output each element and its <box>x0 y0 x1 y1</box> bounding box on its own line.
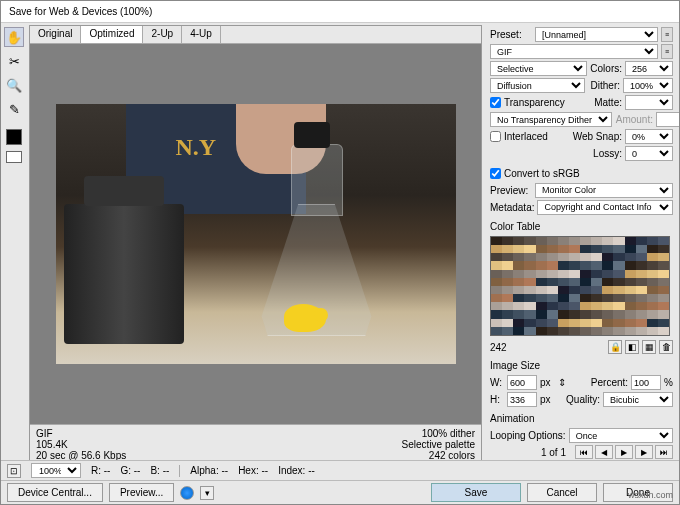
color-swatch[interactable] <box>580 253 591 261</box>
color-swatch[interactable] <box>625 245 636 253</box>
color-swatch[interactable] <box>569 237 580 245</box>
color-swatch[interactable] <box>558 302 569 310</box>
color-swatch[interactable] <box>658 286 669 294</box>
color-swatch[interactable] <box>558 237 569 245</box>
color-swatch[interactable] <box>647 245 658 253</box>
color-swatch[interactable] <box>625 261 636 269</box>
prev-frame-icon[interactable]: ◀ <box>595 445 613 459</box>
color-swatch[interactable] <box>569 286 580 294</box>
cancel-button[interactable]: Cancel <box>527 483 597 502</box>
color-swatch[interactable] <box>569 245 580 253</box>
lossy-select[interactable]: 0 <box>625 146 673 161</box>
next-frame-icon[interactable]: ▶ <box>635 445 653 459</box>
color-swatch[interactable] <box>536 278 547 286</box>
color-swatch[interactable] <box>658 327 669 335</box>
color-swatch[interactable] <box>513 278 524 286</box>
ct-delete-icon[interactable]: 🗑 <box>659 340 673 354</box>
toggle-swatch[interactable] <box>6 151 22 163</box>
color-swatch[interactable] <box>513 294 524 302</box>
color-swatch[interactable] <box>502 261 513 269</box>
colors-select[interactable]: 256 <box>625 61 673 76</box>
color-swatch[interactable] <box>647 237 658 245</box>
color-swatch[interactable] <box>602 261 613 269</box>
color-swatch[interactable] <box>602 294 613 302</box>
color-swatch[interactable] <box>513 327 524 335</box>
trans-dither-select[interactable]: No Transparency Dither <box>490 112 612 127</box>
metadata-select[interactable]: Copyright and Contact Info <box>537 200 673 215</box>
color-swatch[interactable] <box>536 245 547 253</box>
preview-button[interactable]: Preview... <box>109 483 174 502</box>
color-swatch[interactable] <box>558 278 569 286</box>
color-swatch[interactable] <box>580 294 591 302</box>
color-swatch[interactable] <box>625 278 636 286</box>
color-swatch[interactable] <box>636 319 647 327</box>
color-swatch[interactable] <box>524 261 535 269</box>
color-swatch[interactable] <box>491 286 502 294</box>
color-swatch[interactable] <box>647 253 658 261</box>
height-input[interactable] <box>507 392 537 407</box>
color-swatch[interactable] <box>502 278 513 286</box>
color-swatch[interactable] <box>502 319 513 327</box>
dither-select[interactable]: 100% <box>623 78 673 93</box>
color-swatch[interactable] <box>536 237 547 245</box>
color-swatch[interactable] <box>625 294 636 302</box>
color-swatch[interactable] <box>636 310 647 318</box>
reduction-select[interactable]: Selective <box>490 61 587 76</box>
color-table[interactable] <box>490 236 670 336</box>
color-swatch[interactable] <box>524 302 535 310</box>
color-swatch[interactable] <box>625 286 636 294</box>
color-swatch[interactable] <box>491 319 502 327</box>
preset-select[interactable]: [Unnamed] <box>535 27 658 42</box>
format-select[interactable]: GIF <box>490 44 658 59</box>
color-swatch[interactable] <box>558 245 569 253</box>
color-swatch[interactable] <box>536 286 547 294</box>
color-swatch[interactable] <box>524 278 535 286</box>
color-swatch[interactable] <box>591 327 602 335</box>
color-swatch[interactable] <box>569 310 580 318</box>
hand-tool[interactable]: ✋ <box>4 27 24 47</box>
color-swatch[interactable] <box>647 302 658 310</box>
color-swatch[interactable] <box>580 270 591 278</box>
color-swatch[interactable] <box>591 237 602 245</box>
convert-srgb-checkbox[interactable] <box>490 168 501 179</box>
color-swatch[interactable] <box>513 237 524 245</box>
color-swatch[interactable] <box>658 245 669 253</box>
color-swatch[interactable] <box>491 294 502 302</box>
color-swatch[interactable] <box>636 270 647 278</box>
color-swatch[interactable] <box>580 261 591 269</box>
color-swatch[interactable] <box>536 261 547 269</box>
ct-lock-icon[interactable]: 🔒 <box>608 340 622 354</box>
color-swatch[interactable] <box>536 253 547 261</box>
color-swatch[interactable] <box>658 261 669 269</box>
color-swatch[interactable] <box>613 237 624 245</box>
color-swatch[interactable] <box>602 327 613 335</box>
color-swatch[interactable] <box>524 310 535 318</box>
color-swatch[interactable] <box>636 253 647 261</box>
color-swatch[interactable] <box>625 253 636 261</box>
color-swatch[interactable] <box>636 327 647 335</box>
color-swatch[interactable] <box>602 286 613 294</box>
color-swatch[interactable] <box>658 319 669 327</box>
color-swatch[interactable] <box>591 278 602 286</box>
ct-map-icon[interactable]: ◧ <box>625 340 639 354</box>
tab-2up[interactable]: 2-Up <box>143 26 182 43</box>
color-swatch[interactable] <box>613 327 624 335</box>
color-swatch[interactable] <box>613 253 624 261</box>
color-swatch[interactable] <box>569 270 580 278</box>
color-swatch[interactable] <box>602 278 613 286</box>
zoom-select[interactable]: 100% <box>31 463 81 478</box>
color-swatch[interactable] <box>647 310 658 318</box>
color-swatch[interactable] <box>569 261 580 269</box>
color-swatch[interactable] <box>636 278 647 286</box>
color-swatch[interactable] <box>591 310 602 318</box>
color-swatch[interactable] <box>547 310 558 318</box>
color-swatch[interactable] <box>580 245 591 253</box>
color-swatch[interactable] <box>591 302 602 310</box>
color-swatch[interactable] <box>580 302 591 310</box>
color-swatch[interactable] <box>513 261 524 269</box>
color-swatch[interactable] <box>502 310 513 318</box>
color-swatch[interactable] <box>513 302 524 310</box>
color-swatch[interactable] <box>569 319 580 327</box>
matte-select[interactable] <box>625 95 673 110</box>
format-menu-icon[interactable]: ≡ <box>661 44 673 59</box>
